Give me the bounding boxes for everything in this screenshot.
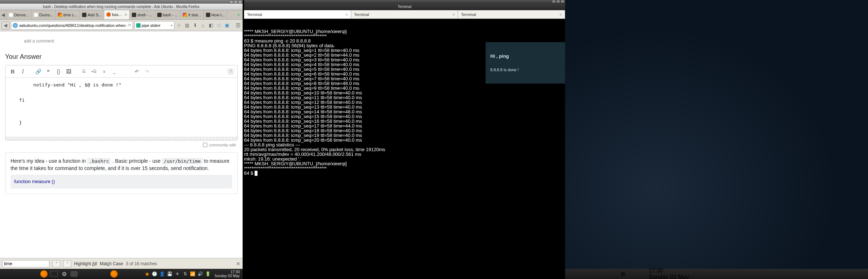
editor-resize-grip[interactable] <box>5 137 237 140</box>
find-match-case[interactable]: Match Case <box>100 261 123 266</box>
browser-tab-3[interactable]: Add S... <box>80 10 104 19</box>
tray-battery-icon[interactable]: 🔋 <box>205 271 211 277</box>
favicon <box>106 12 111 17</box>
editor-link-button[interactable]: 🔗 <box>34 67 42 76</box>
terminal-tab-close-icon[interactable]: × <box>453 12 455 17</box>
tab-scroll-left[interactable]: ◀ <box>0 10 7 19</box>
favicon <box>82 13 86 17</box>
close-btn[interactable] <box>238 0 242 3</box>
community-wiki-checkbox[interactable] <box>203 143 207 147</box>
find-bar: ˄ ˅ Highlight All Match Case 3 of 16 mat… <box>0 258 243 269</box>
taskbar-firefox-icon[interactable] <box>40 270 48 278</box>
your-answer-heading: Your Answer <box>5 50 238 65</box>
editor-image-button[interactable]: 🖼 <box>64 67 73 76</box>
search-dropdown-icon[interactable]: ▾ <box>171 24 173 27</box>
taskbar2-settings-icon[interactable]: ⚙ <box>620 271 625 278</box>
editor-italic-button[interactable]: I <box>19 67 27 76</box>
find-next-button[interactable]: ˅ <box>63 260 71 267</box>
editor-heading-button[interactable]: ≡ <box>100 67 109 76</box>
maximize-btn[interactable] <box>234 0 238 3</box>
taskbar-clock[interactable]: 17:30 Sunday 03 May <box>213 270 242 278</box>
tray-brightness-icon[interactable]: ☀ <box>175 271 181 277</box>
find-input[interactable] <box>2 260 49 267</box>
term-minimize-btn[interactable] <box>552 0 556 3</box>
downloads-icon[interactable]: ⬇ <box>192 22 198 29</box>
preview-code-1: .bashrc <box>87 158 111 164</box>
terminal-tabbar: Terminal×Terminal×Terminal× <box>244 10 565 19</box>
term-maximize-btn[interactable] <box>556 0 560 3</box>
editor-undo-button[interactable]: ↶ <box>133 67 141 76</box>
terminal-window: Terminal Terminal×Terminal×Terminal× ***… <box>244 0 565 279</box>
find-highlight-all[interactable]: Highlight All <box>74 261 97 266</box>
tray-update-icon[interactable]: ◉ <box>144 271 150 277</box>
tab-close-icon[interactable]: ✕ <box>124 13 127 17</box>
editor-bold-button[interactable]: B <box>8 67 17 76</box>
editor-help-button[interactable]: ? <box>227 68 234 75</box>
tab-label: Doors... <box>39 13 53 17</box>
tray-wifi-icon[interactable]: 📶 <box>190 271 196 277</box>
reload-button[interactable]: ⟳ <box>128 23 131 28</box>
browser-tab-5[interactable]: shell - ... <box>130 10 155 19</box>
tray-volume-icon[interactable]: 🔊 <box>198 271 203 277</box>
terminal-tab-0[interactable]: Terminal× <box>244 10 351 19</box>
terminal-tab-label: Terminal <box>354 12 369 17</box>
tab-label: bash - ... <box>163 13 178 17</box>
search-engine-icon[interactable] <box>136 23 141 28</box>
terminal-cursor <box>255 171 257 176</box>
taskbar-settings-icon[interactable]: ⚙ <box>60 270 68 278</box>
browser-tab-0[interactable]: Denve... <box>7 10 32 19</box>
browser-tab-8[interactable]: How t... <box>204 10 227 19</box>
desktop-notification[interactable]: Hi , ping 8.8.8.8 is done ! <box>485 42 565 84</box>
editor-code-button[interactable]: {} <box>54 67 63 76</box>
editor-ulist-button[interactable]: •☰ <box>90 67 98 76</box>
browser-tab-1[interactable]: Doors... <box>32 10 56 19</box>
term-close-btn[interactable] <box>561 0 564 3</box>
window-controls-left <box>0 0 243 4</box>
hamburger-menu-icon[interactable]: ☰ <box>235 22 241 29</box>
addon-icon-1[interactable]: □ <box>216 22 222 29</box>
add-comment-link[interactable]: add a comment <box>5 35 238 50</box>
answer-textarea[interactable] <box>5 78 237 135</box>
preview-codeblock: function measure () <box>11 175 232 189</box>
new-tab-button[interactable]: ＋ <box>235 10 243 19</box>
terminal-tab-close-icon[interactable]: × <box>345 12 348 17</box>
browser-tab-4[interactable]: bas...✕ <box>104 10 130 19</box>
tray-clock-icon[interactable]: 🕐 <box>152 271 158 277</box>
tray-network-icon[interactable]: ⇅ <box>182 271 188 277</box>
sidebar-icon[interactable]: ◧ <box>208 22 214 29</box>
clock-date: Sunday 03 May <box>215 274 240 278</box>
site-identity-icon[interactable] <box>13 23 18 28</box>
taskbar-files-icon[interactable] <box>70 271 78 277</box>
home-icon[interactable]: ⌂ <box>200 22 206 29</box>
terminal-tab-close-icon[interactable]: × <box>560 12 562 17</box>
editor-redo-button[interactable]: ↷ <box>143 67 151 76</box>
browser-tab-7[interactable]: if stat... <box>181 10 203 19</box>
minimize-btn[interactable] <box>230 0 233 3</box>
find-prev-button[interactable]: ˄ <box>52 260 60 267</box>
taskbar-app-firefox[interactable] <box>110 270 118 278</box>
favicon <box>34 13 38 17</box>
terminal-tab-2[interactable]: Terminal× <box>458 10 565 19</box>
addon-icon-2[interactable]: ▣ <box>224 22 230 29</box>
taskbar2-clock[interactable]: 17:30 Sunday 03 May <box>649 267 689 279</box>
find-close-button[interactable]: ✕ <box>236 261 240 267</box>
library-icon[interactable]: ▥ <box>184 22 190 29</box>
editor-hr-button[interactable]: ⎯ <box>110 67 119 76</box>
search-input[interactable] <box>142 23 170 28</box>
address-bar[interactable]: ⟳ <box>11 21 133 30</box>
tab-label: bas... <box>112 12 122 17</box>
search-box[interactable]: ▾ <box>134 21 174 30</box>
browser-tab-2[interactable]: time c... <box>56 10 80 19</box>
bookmark-star-icon[interactable]: ☆ <box>176 22 182 29</box>
editor-quote-button[interactable]: ❝ <box>44 67 53 76</box>
nav-back-button[interactable]: ◀ <box>1 21 9 29</box>
editor-olist-button[interactable]: ☰ <box>80 67 88 76</box>
tray-disk-icon[interactable]: 💾 <box>167 271 173 277</box>
terminal-body[interactable]: ***** MKSH_SERGIY@UBUNTU_[/home/xieerqi]… <box>244 19 565 279</box>
terminal-tab-1[interactable]: Terminal× <box>351 10 458 19</box>
tray-user-icon[interactable]: 👤 <box>159 271 165 277</box>
taskbar-terminal-icon[interactable] <box>50 270 58 278</box>
url-input[interactable] <box>19 23 126 28</box>
favicon <box>183 13 187 17</box>
browser-tab-6[interactable]: bash - ... <box>155 10 181 19</box>
